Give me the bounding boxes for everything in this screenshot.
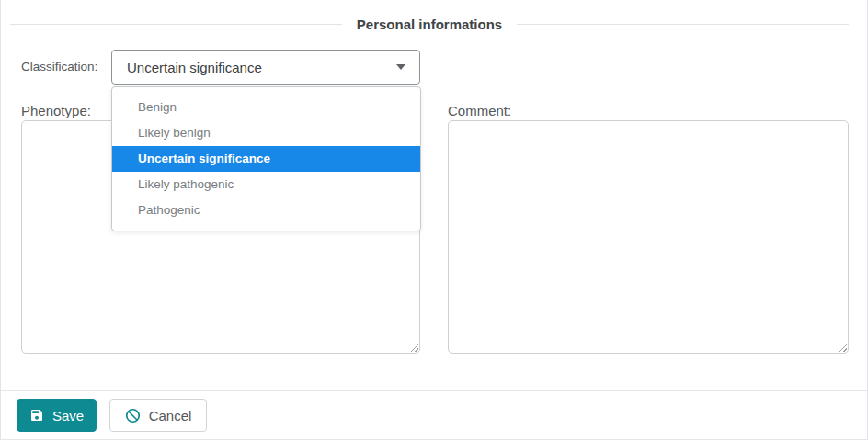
section-header: Personal informations [10,14,849,34]
save-button-label: Save [52,408,84,423]
save-button[interactable]: Save [17,399,97,432]
page-title: Personal informations [342,17,517,32]
cancel-button-label: Cancel [149,408,192,423]
personal-informations-panel: Personal informations Classification: Un… [0,0,868,440]
cancel-button[interactable]: Cancel [109,399,207,432]
classification-label: Classification: [21,60,97,73]
option-uncertain-significance[interactable]: Uncertain significance [112,146,420,172]
option-likely-pathogenic[interactable]: Likely pathogenic [112,172,420,197]
option-pathogenic[interactable]: Pathogenic [112,197,420,223]
block-icon [125,408,141,423]
header-rule-right [517,24,849,25]
comment-label: Comment: [448,103,511,118]
option-benign[interactable]: Benign [112,95,420,120]
comment-textarea[interactable] [448,120,849,354]
classification-selected-value: Uncertain significance [112,60,396,75]
classification-dropdown-list: Benign Likely benign Uncertain significa… [111,86,421,231]
header-rule-left [10,24,342,25]
chevron-down-icon [396,64,405,70]
footer-divider [1,390,867,391]
option-likely-benign[interactable]: Likely benign [112,120,420,146]
save-icon [29,408,44,423]
phenotype-label: Phenotype: [21,103,91,118]
classification-select[interactable]: Uncertain significance [111,50,420,85]
